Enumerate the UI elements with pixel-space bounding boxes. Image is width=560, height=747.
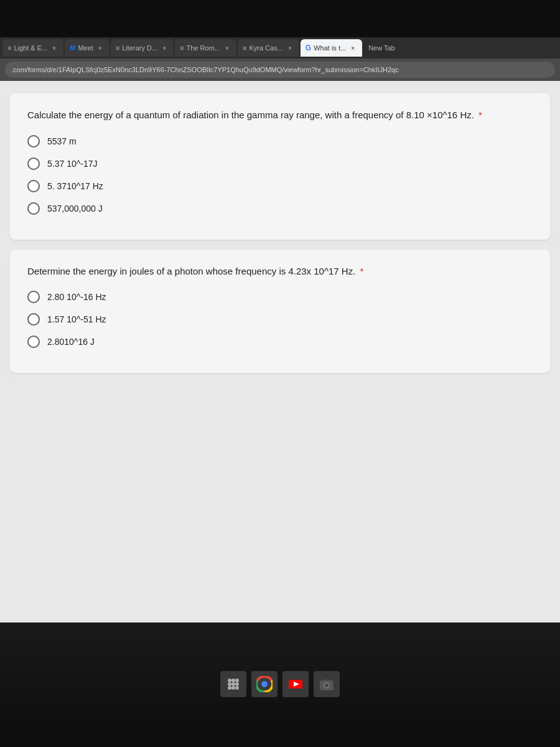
- radio-q1b[interactable]: [27, 157, 40, 170]
- radio-q2c[interactable]: [27, 336, 40, 348]
- required-marker-1: *: [476, 110, 482, 120]
- tab-what-is[interactable]: G What is t... ×: [301, 39, 362, 57]
- chrome-icon[interactable]: [251, 671, 278, 697]
- tab-romance[interactable]: ≡ The Rom... ×: [175, 39, 236, 57]
- option-label-q1a: 5537 m: [47, 136, 77, 146]
- svg-point-3: [228, 682, 231, 686]
- svg-point-5: [235, 682, 239, 686]
- tab-icon-2: M: [70, 44, 75, 52]
- tab-icon-5: ≡: [243, 44, 246, 52]
- radio-q1c[interactable]: [27, 180, 40, 192]
- top-bezel: [0, 0, 560, 37]
- tab-bar: ≡ Light & E... × M Meet × ≡ Literary D..…: [0, 37, 560, 59]
- svg-point-10: [261, 681, 268, 687]
- svg-point-0: [228, 679, 231, 682]
- option-label-q2a: 2.80 10^-16 Hz: [47, 292, 106, 302]
- radio-q1d[interactable]: [27, 202, 40, 215]
- address-bar: .com/forms/d/e/1FAIpQLSfcj0z5ExN0nc3LDn9…: [0, 59, 560, 81]
- page-content: Calculate the energy of a quantum of rad…: [0, 81, 560, 641]
- youtube-icon[interactable]: [282, 671, 309, 697]
- tab-label-5: Kyra Cas...: [249, 44, 282, 52]
- taskbar: [220, 671, 340, 697]
- option-label-q1b: 5.37 10^-17J: [47, 159, 98, 169]
- tab-literary[interactable]: ≡ Literary D... ×: [111, 39, 174, 57]
- browser-chrome: ≡ Light & E... × M Meet × ≡ Literary D..…: [0, 37, 560, 81]
- tab-close-6[interactable]: ×: [348, 44, 357, 52]
- radio-q2a[interactable]: [27, 291, 40, 303]
- option-row-q2c: 2.8010^16 J: [27, 336, 533, 348]
- svg-point-15: [325, 684, 329, 687]
- question-2-card: Determine the energy in joules of a phot…: [10, 250, 550, 374]
- question-2-text: Determine the energy in joules of a phot…: [27, 265, 533, 279]
- tab-label-2: Meet: [78, 44, 93, 52]
- tab-label-6: What is t...: [314, 44, 346, 52]
- svg-point-8: [235, 686, 239, 690]
- svg-point-1: [231, 679, 235, 682]
- url-box[interactable]: .com/forms/d/e/1FAIpQLSfcj0z5ExN0nc3LDn9…: [5, 62, 555, 78]
- svg-point-4: [231, 682, 235, 686]
- tab-close-1[interactable]: ×: [50, 44, 58, 52]
- svg-point-7: [231, 686, 235, 690]
- required-marker-2: *: [357, 266, 363, 276]
- launcher-icon[interactable]: [220, 671, 246, 697]
- option-label-q2c: 2.8010^16 J: [47, 337, 95, 347]
- tab-close-2[interactable]: ×: [96, 44, 105, 52]
- option-row-q2a: 2.80 10^-16 Hz: [27, 291, 533, 303]
- option-label-q1c: 5. 3710^17 Hz: [47, 181, 103, 191]
- tab-meet[interactable]: M Meet ×: [65, 39, 110, 57]
- svg-rect-16: [324, 679, 327, 681]
- camera-icon[interactable]: [314, 671, 340, 697]
- option-row-q2b: 1.57 10^-51 Hz: [27, 313, 533, 326]
- tab-kyra[interactable]: ≡ Kyra Cas... ×: [238, 39, 299, 57]
- tab-close-5[interactable]: ×: [286, 44, 294, 52]
- tab-icon-1: ≡: [7, 44, 11, 52]
- new-tab-button[interactable]: New Tab: [363, 39, 400, 57]
- svg-point-6: [228, 686, 231, 690]
- option-label-q1d: 537,000,000 J: [47, 204, 103, 214]
- tab-label-4: The Rom...: [187, 44, 220, 52]
- option-label-q2b: 1.57 10^-51 Hz: [47, 314, 106, 324]
- option-row-q1c: 5. 3710^17 Hz: [27, 180, 533, 192]
- tab-icon-4: ≡: [180, 44, 184, 52]
- tab-label-1: Light & E...: [14, 44, 47, 52]
- url-text: .com/forms/d/e/1FAIpQLSfcj0z5ExN0nc3LDn9…: [11, 66, 399, 73]
- svg-point-2: [235, 679, 239, 682]
- option-row-q1b: 5.37 10^-17J: [27, 157, 533, 170]
- question-1-text: Calculate the energy of a quantum of rad…: [27, 108, 533, 123]
- tab-icon-6: G: [306, 44, 311, 52]
- option-row-q1d: 537,000,000 J: [27, 202, 533, 215]
- tab-close-3[interactable]: ×: [160, 44, 169, 52]
- option-row-q1a: 5537 m: [27, 135, 533, 148]
- tab-close-4[interactable]: ×: [223, 44, 231, 52]
- tab-light-energy[interactable]: ≡ Light & E... ×: [2, 39, 63, 57]
- radio-q2b[interactable]: [27, 313, 40, 326]
- radio-q1a[interactable]: [27, 135, 40, 148]
- question-1-card: Calculate the energy of a quantum of rad…: [10, 93, 550, 240]
- tab-label-3: Literary D...: [122, 44, 157, 52]
- tab-icon-3: ≡: [116, 44, 119, 52]
